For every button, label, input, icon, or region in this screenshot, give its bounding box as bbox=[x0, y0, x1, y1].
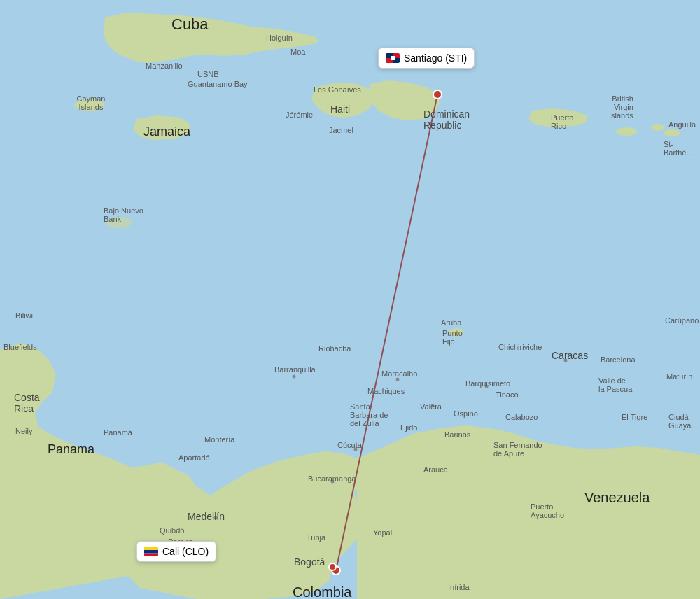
colombia-flag bbox=[144, 547, 158, 556]
dominican-republic-flag bbox=[386, 53, 400, 63]
svg-point-15 bbox=[214, 516, 218, 520]
svg-rect-24 bbox=[391, 56, 395, 60]
svg-rect-26 bbox=[144, 550, 158, 554]
cali-airport-label: Cali (CLO) bbox=[136, 541, 216, 562]
svg-point-1 bbox=[74, 99, 105, 111]
svg-rect-25 bbox=[144, 547, 158, 550]
svg-point-11 bbox=[293, 375, 296, 379]
santiago-label-text: Santiago (STI) bbox=[404, 52, 467, 64]
cali-label-text: Cali (CLO) bbox=[162, 546, 209, 557]
santiago-airport-label: Santiago (STI) bbox=[378, 48, 475, 69]
svg-point-17 bbox=[354, 448, 358, 451]
svg-point-10 bbox=[435, 92, 440, 97]
svg-rect-27 bbox=[144, 554, 158, 557]
svg-point-16 bbox=[331, 480, 335, 484]
svg-point-18 bbox=[485, 385, 489, 388]
svg-point-5 bbox=[449, 328, 463, 337]
svg-point-4 bbox=[664, 129, 680, 136]
svg-point-6 bbox=[106, 217, 132, 228]
svg-point-2 bbox=[616, 127, 637, 136]
map-container: Santiago (STI) Cali (CLO) Cuba Holguín M… bbox=[0, 0, 700, 599]
svg-point-13 bbox=[564, 359, 568, 362]
svg-point-3 bbox=[651, 124, 665, 131]
map-svg bbox=[0, 0, 700, 599]
svg-point-19 bbox=[431, 404, 435, 408]
svg-point-12 bbox=[396, 378, 400, 381]
svg-point-14 bbox=[329, 563, 336, 570]
